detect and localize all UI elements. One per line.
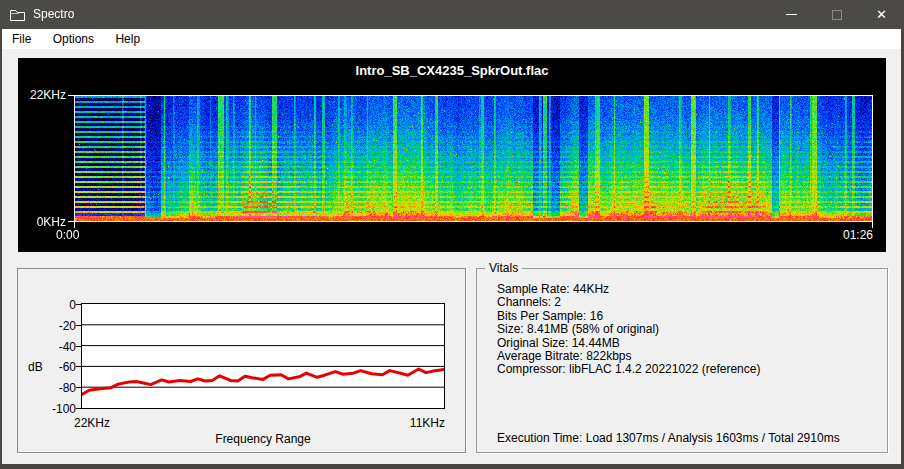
freq-axis-top-label: 22KHz: [20, 88, 66, 102]
vitals-lines: Sample Rate: 44KHz Channels: 2 Bits Per …: [497, 283, 760, 377]
vitals-bits: Bits Per Sample: 16: [497, 310, 760, 323]
window-frame-left: [0, 0, 2, 469]
vitals-original: Original Size: 14.44MB: [497, 337, 760, 350]
vitals-compressor: Compressor: libFLAC 1.4.2 20221022 (refe…: [497, 363, 760, 376]
vitals-groupbox: Vitals Sample Rate: 44KHz Channels: 2 Bi…: [476, 268, 888, 453]
titlebar: Spectro ✕: [0, 0, 904, 29]
app-icon: [9, 7, 26, 22]
db-ytick-0: 0: [32, 298, 76, 312]
minimize-icon: [786, 14, 797, 15]
menu-item-options[interactable]: Options: [44, 29, 103, 49]
spectrogram-title: Intro_SB_CX4235_SpkrOut.flac: [18, 63, 886, 78]
menubar: File Options Help: [2, 29, 901, 49]
freq-axis-bottom-label: 0KHz: [20, 215, 66, 229]
window-title: Spectro: [33, 0, 74, 29]
db-ytick-20: -20: [32, 319, 76, 333]
execution-time: Execution Time: Load 1307ms / Analysis 1…: [497, 431, 840, 445]
db-x-axis-title: Frequency Range: [81, 432, 445, 446]
vitals-size: Size: 8.41MB (58% of original): [497, 323, 760, 336]
vitals-bitrate: Average Bitrate: 822kbps: [497, 350, 760, 363]
db-xtick-right: 11KHz: [388, 416, 445, 430]
maximize-icon: [832, 10, 842, 20]
db-ytick-40: -40: [32, 340, 76, 354]
spectrogram-image: [75, 96, 872, 221]
vitals-channels: Channels: 2: [497, 296, 760, 309]
menu-item-help[interactable]: Help: [106, 29, 149, 49]
db-plot-area: [81, 303, 445, 409]
close-icon: ✕: [876, 8, 887, 21]
db-chart-panel: 0 -20 -40 -60 -80 -100 dB 22KHz 11KHz Fr…: [17, 268, 466, 453]
db-curve-svg: [82, 304, 444, 408]
minimize-button[interactable]: [769, 0, 814, 29]
menu-item-file[interactable]: File: [3, 29, 40, 49]
db-xtick-left: 22KHz: [74, 416, 110, 430]
spectrogram-panel: Intro_SB_CX4235_SpkrOut.flac 22KHz 0KHz …: [18, 58, 886, 252]
db-ytick-100: -100: [32, 402, 76, 416]
spectrogram-plot-frame: [74, 95, 873, 222]
freq-axis-top-tick: [68, 95, 74, 96]
maximize-button[interactable]: [814, 0, 859, 29]
spectro-window: Spectro ✕ File Options Help Intro_SB_CX4…: [0, 0, 904, 469]
time-axis-start-label: 0:00: [56, 228, 79, 242]
db-axis-title: dB: [28, 360, 43, 374]
db-ytick-80: -80: [32, 381, 76, 395]
vitals-sample-rate: Sample Rate: 44KHz: [497, 283, 760, 296]
window-frame-bottom: [0, 464, 904, 469]
vitals-legend: Vitals: [485, 261, 522, 275]
close-button[interactable]: ✕: [859, 0, 904, 29]
time-axis-end-label: 01:26: [823, 228, 873, 242]
